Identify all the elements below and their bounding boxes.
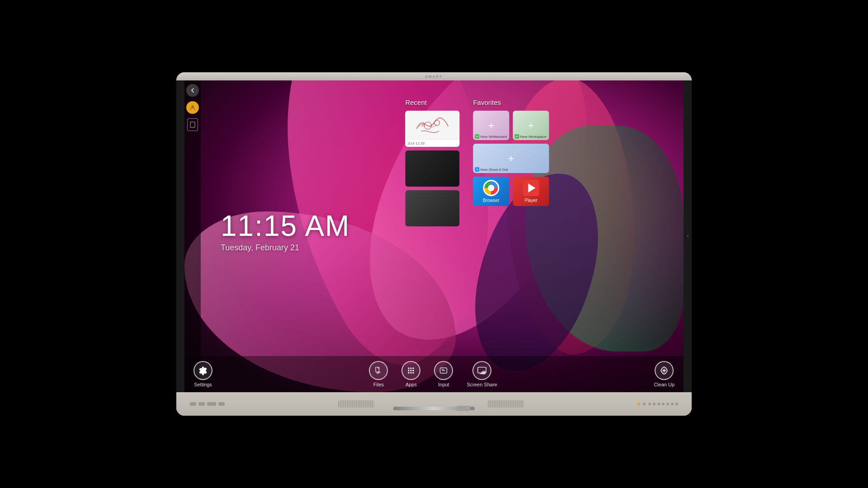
volume-slider[interactable] xyxy=(393,407,475,410)
recent-cards: 2/14 11:35 xyxy=(405,111,459,226)
fav-shout-label: S New Shout It Out xyxy=(475,167,508,172)
ind-d xyxy=(662,403,665,405)
recent-card-dark[interactable] xyxy=(405,150,459,187)
files-label: Files xyxy=(373,382,384,387)
shout-icon: S xyxy=(475,167,479,172)
bottom-toolbar: Settings Files xyxy=(184,356,684,392)
monitor-top-bar: SMART xyxy=(176,72,692,80)
recent-section: Recent xyxy=(405,99,459,226)
ind-e xyxy=(666,403,669,405)
recent-card-date: 2/14 11:35 xyxy=(405,140,459,147)
whiteboard-button[interactable] xyxy=(187,118,198,131)
left-bezel xyxy=(176,80,184,392)
recent-card-medium[interactable] xyxy=(405,190,459,226)
fav-new-workspace[interactable]: + W New Workspace xyxy=(513,111,549,140)
input-label: Input xyxy=(438,382,449,387)
input-icon-circle xyxy=(434,361,453,380)
ind-b xyxy=(653,403,656,405)
svg-point-10 xyxy=(408,370,410,371)
files-icon-circle xyxy=(369,361,388,380)
workspace-icon: W xyxy=(514,134,519,139)
settings-button[interactable]: Settings xyxy=(193,361,212,387)
fav-workspace-label: W New Workspace xyxy=(514,134,546,139)
screenshare-label: Screen Share xyxy=(467,382,497,387)
player-label: Player xyxy=(524,198,537,203)
svg-point-0 xyxy=(191,105,194,108)
svg-point-3 xyxy=(434,120,439,126)
svg-point-13 xyxy=(408,372,410,373)
settings-gear-icon xyxy=(198,366,208,375)
files-button[interactable]: Files xyxy=(369,361,388,387)
recent-title: Recent xyxy=(405,99,459,106)
settings-icon-circle xyxy=(193,361,212,380)
favorites-grid: + W New Whiteboard + W New Workspace xyxy=(473,111,549,210)
fav-shout-plus-icon: + xyxy=(508,153,514,164)
svg-rect-1 xyxy=(190,122,195,127)
bezel-btn-1[interactable] xyxy=(190,402,196,406)
bottom-left-controls xyxy=(190,402,225,406)
clock-date: Tuesday, February 21 xyxy=(221,243,350,253)
svg-point-15 xyxy=(413,372,414,373)
svg-point-12 xyxy=(413,370,414,371)
toolbar-center: Files xyxy=(369,361,497,387)
ind-c xyxy=(657,403,660,405)
right-bezel xyxy=(684,80,692,392)
svg-point-14 xyxy=(410,372,412,373)
cleanup-icon xyxy=(659,366,669,375)
ind-f xyxy=(671,403,674,405)
bezel-btn-2[interactable] xyxy=(198,402,205,406)
bezel-btn-4[interactable] xyxy=(218,402,225,406)
volume-thumb[interactable] xyxy=(457,406,470,411)
monitor: SMART xyxy=(176,72,692,416)
sketch-preview xyxy=(405,111,459,140)
apps-icon xyxy=(406,366,415,375)
screen: 11:15 AM Tuesday, February 21 Recent xyxy=(184,80,684,392)
cleanup-label: Clean Up xyxy=(654,382,675,387)
screenshare-button[interactable]: Screen Share xyxy=(467,361,497,387)
back-button[interactable] xyxy=(186,84,199,97)
svg-point-8 xyxy=(410,367,412,369)
bezel-btn-3[interactable] xyxy=(207,402,216,406)
favorites-title: Favorites xyxy=(473,99,549,106)
fav-browser[interactable]: Browser xyxy=(473,177,509,206)
cleanup-button[interactable]: Clean Up xyxy=(654,361,675,387)
monitor-bottom-bezel xyxy=(176,392,692,416)
screenshare-icon xyxy=(477,366,487,375)
cleanup-icon-circle xyxy=(655,361,674,380)
apps-icon-circle xyxy=(401,361,420,380)
svg-rect-6 xyxy=(377,373,379,374)
fav-whiteboard-label: W New Whiteboard xyxy=(475,134,507,139)
power-indicator xyxy=(637,403,640,405)
browser-label: Browser xyxy=(483,198,500,203)
fav-workspace-plus-icon: + xyxy=(528,120,534,131)
favorites-section: Favorites + W New Whiteboard + xyxy=(473,99,549,226)
svg-rect-4 xyxy=(376,367,379,372)
input-button[interactable]: Input xyxy=(434,361,453,387)
player-icon xyxy=(523,180,539,196)
svg-point-9 xyxy=(413,367,414,369)
svg-point-7 xyxy=(408,367,410,369)
svg-rect-5 xyxy=(377,372,381,373)
bottom-right-indicators xyxy=(637,403,678,405)
fav-new-whiteboard[interactable]: + W New Whiteboard xyxy=(473,111,509,140)
whiteboard-icon: W xyxy=(475,134,479,139)
user-avatar[interactable] xyxy=(186,101,199,114)
speaker-right xyxy=(488,400,524,408)
main-panel: Recent xyxy=(405,99,549,226)
fav-plus-icon: + xyxy=(488,120,494,131)
files-icon xyxy=(374,366,382,375)
monitor-brand: SMART xyxy=(425,75,443,79)
sidebar xyxy=(184,80,201,392)
fav-new-shout[interactable]: + S New Shout It Out xyxy=(473,144,549,173)
clock-time: 11:15 AM xyxy=(221,211,350,240)
svg-point-11 xyxy=(410,370,412,371)
ind-a xyxy=(648,403,651,405)
apps-label: Apps xyxy=(406,382,417,387)
browser-icon xyxy=(483,180,499,196)
apps-button[interactable]: Apps xyxy=(401,361,420,387)
indicator-1 xyxy=(643,403,646,405)
recent-card-sketch[interactable]: 2/14 11:35 xyxy=(405,111,459,147)
input-icon xyxy=(439,366,448,375)
fav-player[interactable]: Player xyxy=(513,177,549,206)
screenshare-icon-circle xyxy=(472,361,491,380)
